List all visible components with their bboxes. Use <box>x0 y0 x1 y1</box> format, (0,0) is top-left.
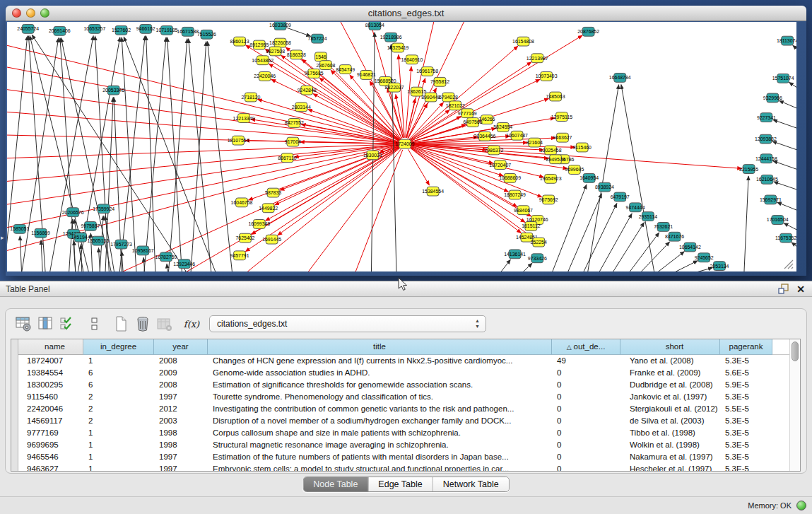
graph-node[interactable]: 16671588 <box>177 27 199 36</box>
column-header-in-degree[interactable]: in_degree <box>83 339 154 355</box>
graph-node[interactable]: 8860123 <box>230 37 249 46</box>
row-select-button[interactable] <box>58 315 76 333</box>
table-cell[interactable]: Wolkin et al. (1998) <box>620 439 720 451</box>
tab-edge-table[interactable]: Edge Table <box>368 477 433 492</box>
graph-node[interactable]: 17957273 <box>110 240 132 249</box>
graph-node[interactable]: 12923446 <box>173 259 195 269</box>
table-cell[interactable]: 9463627 <box>18 463 83 471</box>
graph-node[interactable]: 9474444 <box>626 203 645 212</box>
scrollbar-thumb[interactable] <box>792 341 799 361</box>
graph-node[interactable]: 16046758 <box>231 198 253 207</box>
graph-node[interactable]: 7485063 <box>546 92 565 101</box>
graph-node[interactable]: 18720407 <box>489 160 511 170</box>
table-cell[interactable]: 5.9E-5 <box>720 379 772 391</box>
table-cell[interactable]: 0 <box>552 367 620 379</box>
graph-node[interactable]: 18807249 <box>504 190 526 199</box>
table-cell[interactable]: 5.3E-5 <box>720 355 772 367</box>
graph-node[interactable]: 1615112 <box>522 221 541 230</box>
table-cell[interactable]: 5.3E-5 <box>720 415 772 427</box>
table-cell[interactable]: 2008 <box>154 379 208 391</box>
column-header-short[interactable]: short <box>620 339 720 355</box>
graph-node[interactable]: 18325419 <box>387 43 409 52</box>
table-cell[interactable]: Estimation of significance thresholds fo… <box>208 379 552 391</box>
graph-node[interactable]: 16033809 <box>269 22 291 30</box>
table-row[interactable]: 969969511998Structural magnetic resonanc… <box>18 439 789 451</box>
table-cell[interactable]: de Silva et al. (2003) <box>620 415 720 427</box>
table-scrollbar[interactable] <box>789 339 800 471</box>
table-cell[interactable]: Hescheler et al. (1997) <box>620 463 720 471</box>
graph-node[interactable]: 15384554 <box>422 187 444 196</box>
graph-node[interactable]: 10688609 <box>499 173 521 182</box>
tab-node-table[interactable]: Node Table <box>303 477 368 492</box>
network-view-window[interactable]: citations_edges.txt 17240092405572420691… <box>6 6 806 276</box>
table-cell[interactable]: 1 <box>83 355 154 367</box>
graph-node[interactable]: 20053346 <box>102 86 124 95</box>
table-cell[interactable]: Disruption of a novel member of a sodium… <box>208 415 552 427</box>
table-cell[interactable]: 49 <box>552 355 620 367</box>
close-panel-icon[interactable]: ✕ <box>796 284 805 294</box>
graph-node[interactable]: 12093882 <box>755 134 777 144</box>
graph-node[interactable]: 19654923 <box>540 174 562 183</box>
graph-node[interactable]: 1640954 <box>579 173 599 182</box>
graph-node[interactable]: 16210645 <box>756 175 778 184</box>
graph-node[interactable]: 20691406 <box>49 26 71 35</box>
graph-node[interactable]: 9827508 <box>266 47 285 56</box>
column-header-pagerank[interactable]: pagerank <box>720 339 772 355</box>
table-cell[interactable]: 2 <box>83 415 154 427</box>
graph-node[interactable]: 14136141 <box>504 250 526 259</box>
table-cell[interactable]: Structural magnetic resonance image aver… <box>208 439 552 451</box>
table-cell[interactable]: 1 <box>83 439 154 451</box>
table-cell[interactable]: 6 <box>83 379 154 391</box>
graph-node[interactable]: 5824554 <box>493 122 512 132</box>
graph-node[interactable]: 9466162 <box>136 24 155 33</box>
graph-node[interactable]: 9975887 <box>81 221 100 230</box>
graph-node[interactable]: 2367608 <box>316 61 335 70</box>
table-cell[interactable]: 14569117 <box>18 415 83 427</box>
table-row[interactable]: 946554611997Estimation of the future num… <box>18 451 789 463</box>
graph-node[interactable]: 15751074 <box>772 74 794 83</box>
column-header-name[interactable]: name <box>18 339 83 355</box>
graph-node[interactable]: 17359924 <box>93 204 114 214</box>
table-cell[interactable]: 0 <box>552 415 620 427</box>
table-cell[interactable]: 1997 <box>154 463 208 471</box>
graph-node[interactable]: 19218986 <box>380 33 402 42</box>
graph-node[interactable]: 587833 <box>265 188 281 197</box>
table-cell[interactable]: 5.3E-5 <box>720 439 772 451</box>
column-header-out-degree[interactable]: △out_de... <box>552 339 620 355</box>
table-row[interactable]: 911546021997Tourette syndrome. Phenomeno… <box>18 391 789 403</box>
graph-node[interactable]: 1527602 <box>112 25 131 35</box>
table-cell[interactable]: 2 <box>83 391 154 403</box>
table-cell[interactable]: 9777169 <box>18 427 83 439</box>
graph-node[interactable]: 7632621 <box>654 222 673 231</box>
graph-node[interactable]: 1585051 <box>10 224 29 233</box>
graph-node[interactable]: 1156869 <box>31 228 50 238</box>
graph-node[interactable]: 12975115 <box>551 112 572 122</box>
table-row[interactable]: 2242004622012Investigating the contribut… <box>18 403 789 415</box>
table-cell[interactable]: 19384554 <box>18 367 83 379</box>
graph-node[interactable]: 9115460 <box>572 143 592 152</box>
graph-node[interactable]: 8454749 <box>336 65 355 74</box>
table-cell[interactable]: 0 <box>552 379 620 391</box>
graph-node[interactable]: 9463627 <box>553 133 572 142</box>
table-cell[interactable]: Jankovic et al. (1997) <box>620 391 720 403</box>
graph-node[interactable]: 10543862 <box>252 56 273 65</box>
resize-grip-icon[interactable] <box>782 258 794 269</box>
graph-node[interactable]: 12213349 <box>233 114 255 123</box>
window-titlebar[interactable]: citations_edges.txt <box>6 6 806 21</box>
graph-node[interactable]: 12444158 <box>755 154 777 163</box>
graph-node[interactable]: 16154808 <box>512 37 534 46</box>
table-select-dropdown[interactable]: citations_edges.txt ▲▼ <box>209 315 486 332</box>
table-cell[interactable]: 2008 <box>154 355 208 367</box>
graph-node[interactable]: 10025458 <box>540 146 562 155</box>
graph-node[interactable]: 10607487 <box>506 131 528 140</box>
graph-node[interactable]: 1691445 <box>262 235 281 244</box>
zoom-button[interactable] <box>40 8 49 18</box>
table-cell[interactable]: 9699695 <box>18 439 83 451</box>
table-cell[interactable]: 1 <box>83 427 154 439</box>
table-cell[interactable]: Franke et al. (2009) <box>620 367 720 379</box>
graph-node[interactable]: 2935114 <box>639 212 658 221</box>
table-cell[interactable]: 1998 <box>154 427 208 439</box>
graph-node[interactable]: 9227341 <box>757 113 776 122</box>
graph-node[interactable]: 24055724 <box>17 24 39 33</box>
graph-node[interactable]: 16648784 <box>609 73 631 82</box>
